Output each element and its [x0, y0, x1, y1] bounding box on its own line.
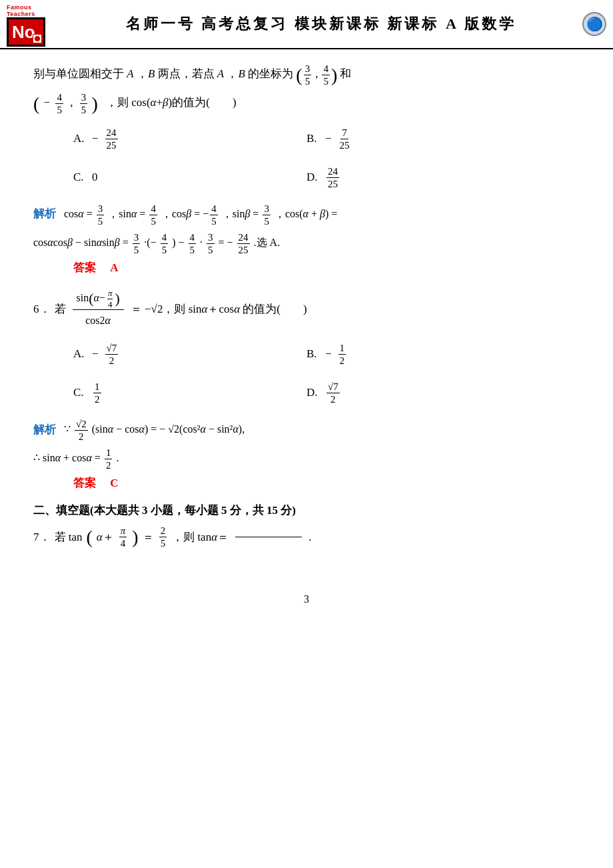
open-paren1: ( — [296, 65, 302, 85]
choice-q6-d: D. √72 — [306, 377, 540, 409]
q7-blank — [235, 537, 302, 537]
answer-q6: 答案 C — [73, 475, 580, 491]
analysis-q5: 解析 cosα = 35 ，sinα = 45 ，cosβ = −45 ，sin… — [33, 203, 580, 227]
choices-q6: A. − √72 B. − 12 C. 12 D. √72 — [73, 338, 540, 409]
answer-q6-value: C — [110, 477, 118, 489]
answer-q5-value: A — [110, 261, 118, 274]
coord1-den: 45 — [322, 63, 330, 87]
section2-title: 二、填空题(本大题共 3 小题，每小题 5 分，共 15 分) — [33, 504, 296, 517]
logo: Famous Teachers No. — [7, 4, 60, 44]
choices-q5: A. − 2425 B. − 725 C. 0 D. 2425 — [73, 123, 540, 193]
choice-q6-a: A. − √72 — [73, 338, 306, 370]
logo-tagline: Famous Teachers — [7, 4, 60, 17]
coord2-x: 45 — [55, 91, 63, 116]
page-number: 3 — [0, 593, 613, 605]
open-paren2: ( — [33, 93, 39, 114]
header-title: 名师一号 高考总复习 模块新课标 新课标 A 版数学 — [60, 14, 582, 34]
question-6: 6． 若 sin(α−π4) cos2α ＝ −√2，则 sinα＋cosα 的… — [33, 287, 580, 331]
main-content: 别与单位圆相交于 A ，B 两点，若点 A ，B 的坐标为 (35,45) 和 … — [0, 56, 613, 573]
section2-header: 二、填空题(本大题共 3 小题，每小题 5 分，共 15 分) — [33, 503, 580, 518]
choice-q5-b: B. − 725 — [306, 123, 540, 155]
close-paren1: ) — [331, 65, 337, 85]
analysis-q6: 解析 ∵ √22 (sinα − cosα) = − √2(cos²α − si… — [33, 418, 580, 443]
answer-q6-label: 答案 — [73, 477, 107, 489]
choice-q5-a: A. − 2425 — [73, 123, 306, 155]
analysis-q5-label: 解析 — [33, 207, 56, 220]
page-num-value: 3 — [304, 593, 309, 605]
logo-box-inner: No. — [7, 17, 45, 47]
intro-text: 别与单位圆相交于 A ，B 两点，若点 A ，B 的坐标为 — [33, 67, 293, 80]
question-end: ，则 cos(α+β)的值为( ) — [106, 96, 237, 109]
question-7: 7． 若 tan ( α＋ π4 ) ＝ 25 ，则 tanα＝ . — [33, 525, 580, 549]
page-header: Famous Teachers No. 名师一号 高考总复习 模块新课标 新课标… — [0, 0, 613, 49]
choice-q6-c: C. 12 — [73, 377, 306, 409]
choice-q5-c: C. 0 — [73, 161, 306, 193]
coord1-num: 35 — [304, 63, 312, 87]
header-icon: 🔵 — [582, 12, 606, 36]
analysis-q6-label: 解析 — [33, 423, 56, 436]
intro-paragraph2: ( − 45 , 35 ) ，则 cos(α+β)的值为( ) — [33, 91, 580, 116]
analysis-q5-formula: cosαcosβ − sinαsinβ = 35 ·(− 45 ) − 45 ·… — [33, 231, 580, 256]
analysis-q6-line2: ∴ sinα + cosα = 12 . — [33, 447, 580, 471]
and-text: 和 — [340, 67, 351, 80]
logo-dot — [33, 34, 42, 43]
choice-q6-b: B. − 12 — [306, 338, 540, 370]
answer-q5: 答案 A — [73, 260, 580, 275]
close-paren2: ) — [91, 93, 97, 114]
intro-paragraph: 别与单位圆相交于 A ，B 两点，若点 A ，B 的坐标为 (35,45) 和 — [33, 63, 580, 87]
coord2-y: 35 — [80, 91, 88, 116]
answer-q5-label: 答案 — [73, 261, 107, 274]
choice-q5-d: D. 2425 — [306, 161, 540, 193]
